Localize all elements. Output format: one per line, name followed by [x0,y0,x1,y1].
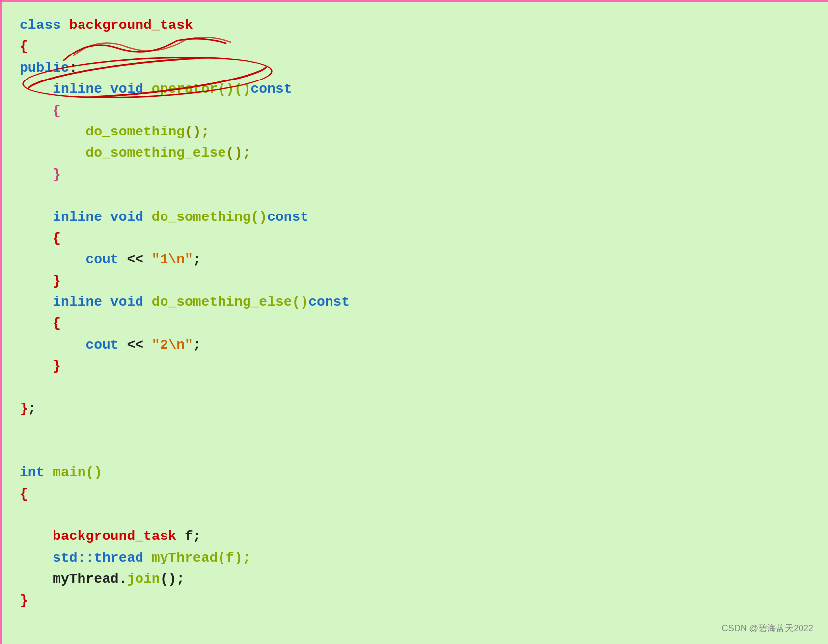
code-line: { [20,228,808,249]
code-line [20,419,808,440]
code-line: } [20,590,808,611]
code-line: int main() [20,462,808,483]
code-container: class background_task { public: inline v… [0,0,828,626]
code-line: do_something_else(); [20,142,808,163]
code-line: { [20,313,808,334]
code-line: { [20,100,808,121]
code-line: class background_task [20,15,808,36]
code-line: inline void operator()()const [20,79,808,100]
code-line: }; [20,398,808,419]
border-left [0,0,2,644]
code-line: { [20,36,808,57]
code-line: myThread.join(); [20,568,808,590]
code-line: } [20,164,808,185]
code-line: background_task f; [20,526,808,547]
code-line [20,185,808,206]
code-line: public: [20,57,808,79]
watermark: CSDN @碧海蓝天2022 [722,622,813,634]
code-line: } [20,355,808,376]
code-line: { [20,483,808,505]
code-line: inline void do_something_else()const [20,292,808,313]
code-line: cout << "2\n"; [20,334,808,355]
border-top [0,0,828,2]
code-line: std::thread myThread(f); [20,547,808,568]
code-line: cout << "1\n"; [20,249,808,270]
code-line [20,505,808,526]
code-line [20,441,808,462]
code-line [20,377,808,398]
code-line: do_something(); [20,121,808,142]
code-line: } [20,270,808,292]
code-line: inline void do_something()const [20,207,808,228]
